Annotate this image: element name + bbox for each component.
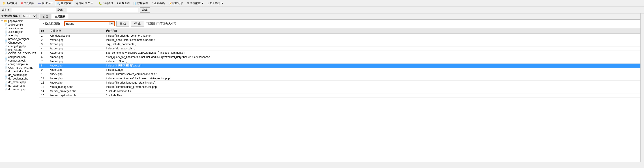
find-button[interactable]: 查 找 xyxy=(116,21,129,27)
search-dropdown-btn[interactable]: ▼ xyxy=(110,22,114,25)
cell-path: /index.php xyxy=(48,72,104,76)
main-container: 文件结构 编码： UTF-8 GBK GB2312 ⊟ 📂 phpmyadmin… xyxy=(0,14,644,162)
cell-id: 3 xyxy=(40,42,48,46)
table-row[interactable]: 4 /export.php include `db_export.php`; xyxy=(40,46,640,51)
sidebar-file-item[interactable]: 📄.editorconfig xyxy=(0,23,38,27)
sidebar-file-item[interactable]: 📄db_designer.php xyxy=(0,77,38,80)
regex-btn[interactable]: .* 正则编码 xyxy=(150,1,166,6)
word-label: 词句： xyxy=(2,8,10,12)
file-icon: 📄 xyxy=(4,34,8,37)
case-checkbox[interactable] xyxy=(156,22,160,25)
table-row[interactable]: 5 /export.php $do_comments = isset($GLOB… xyxy=(40,51,640,55)
cell-path: /export.php xyxy=(48,42,104,46)
file-icon: 📄 xyxy=(4,45,8,48)
sidebar-file-item[interactable]: 📄config.sample.in xyxy=(0,62,38,66)
translate-button[interactable]: 翻译 xyxy=(140,8,150,13)
table-row[interactable]: 13 /prefs_manage.php include `libraries/… xyxy=(40,85,640,89)
sidebar-file-item[interactable]: 📄browse_foreigner xyxy=(0,37,38,41)
config-btn[interactable]: ⚙ 系统配置 ▼ xyxy=(185,1,206,6)
table-row[interactable]: 8 /index.php include $_REQUEST[`target`]… xyxy=(40,63,640,68)
cell-content: * include common file xyxy=(104,89,640,94)
table-row[interactable]: 15 /server_replication.php * include fil… xyxy=(40,94,640,98)
regex-checkbox[interactable] xyxy=(146,22,149,25)
cell-path: /index.php xyxy=(48,81,104,85)
root-folder-icon: 📂 xyxy=(4,19,8,23)
cell-path: /export.php xyxy=(48,51,104,55)
plugin-btn[interactable]: 🔌 审计插件 ▼ xyxy=(74,1,95,6)
expand-icon: ⊟ xyxy=(1,20,3,23)
config-dropdown-icon: ▼ xyxy=(201,2,204,5)
sidebar-file-item[interactable]: 📄CONTRIBUTING.md xyxy=(0,66,38,70)
file-icon: 📄 xyxy=(4,70,8,73)
file-icon: 📄 xyxy=(4,52,8,55)
cell-content: include `libraries/language_stats.inc.ph… xyxy=(104,81,640,85)
sidebar-root-item[interactable]: ⊟ 📂 phpmyadmin xyxy=(0,19,38,23)
sidebar-header: 文件结构 编码： UTF-8 GBK GB2312 xyxy=(0,14,39,19)
word-input[interactable] xyxy=(11,8,56,12)
temp-record-btn[interactable]: 📝 临时记录 xyxy=(167,1,185,6)
sidebar-file-item[interactable]: 📄composer.json xyxy=(0,55,38,59)
table-row[interactable]: 11 /index.php include_once `libraries/ch… xyxy=(40,76,640,81)
separator-1 xyxy=(96,1,96,6)
close-project-icon: ✖ xyxy=(21,2,23,5)
file-icon: 📄 xyxy=(4,31,8,33)
audit-btn[interactable]: Aa 自动审计 xyxy=(36,1,54,6)
cell-path: /import.php xyxy=(48,55,104,59)
new-project-btn[interactable]: 📁 新建项目 xyxy=(1,1,19,6)
tab-global-search[interactable]: 全局搜索 xyxy=(52,14,68,19)
sidebar-file-item[interactable]: 📄db_central_colum xyxy=(0,70,38,73)
cell-path: /export.php xyxy=(48,46,104,51)
cell-content: include $page; xyxy=(104,68,640,72)
sidebar-file-item[interactable]: 📄db_events.php xyxy=(0,80,38,84)
sidebar-file-item[interactable]: 📄changelog.php xyxy=(0,44,38,48)
table-row[interactable]: 6 /import.php // sql_query_for_bookmark … xyxy=(40,55,640,59)
sidebar-file-item[interactable]: 📄db_datadict.php xyxy=(0,73,38,77)
case-checkbox-label[interactable]: 不区分大小写 xyxy=(156,22,176,26)
sidebar-file-item[interactable]: 📄.eslintignore xyxy=(0,27,38,30)
search-input-wrap: ▼ xyxy=(64,21,115,26)
sidebar-file-item[interactable]: 📄db_export.php xyxy=(0,84,38,88)
sidebar-file-item[interactable]: 📄ajax.php xyxy=(0,34,38,37)
tab-home[interactable]: 首页 xyxy=(40,14,51,19)
sidebar-file-item[interactable]: 📄CODE_OF_CONDUCT. xyxy=(0,52,38,55)
global-search-btn[interactable]: 🔍 全局搜索 xyxy=(55,1,73,6)
sidebar-items-list: 📄.editorconfig📄.eslintignore📄.eslintro.j… xyxy=(0,23,38,91)
cell-id: 2 xyxy=(40,38,48,42)
sidebar-file-item[interactable]: 📄composer.lock xyxy=(0,59,38,62)
close-project-btn[interactable]: ✖ 关闭项目 xyxy=(19,1,36,6)
sidebar-file-item[interactable]: 📄.eslintro.json xyxy=(0,30,38,34)
stop-button[interactable]: 停 止 xyxy=(131,21,144,27)
about-dropdown-icon: ▼ xyxy=(221,2,224,5)
sidebar-file-item[interactable]: 📄db_import.php xyxy=(0,88,38,91)
regex-checkbox-label[interactable]: 正则 xyxy=(146,22,155,26)
about-btn[interactable]: ℹ 关于系统 ▼ xyxy=(206,1,225,6)
cell-content: include `libraries/user_preferences.inc.… xyxy=(104,85,640,89)
sidebar-file-item[interactable]: 📄chk_rel.php xyxy=(0,48,38,52)
data-manage-btn[interactable]: 📊 数据管理 xyxy=(132,1,150,6)
regex-label-text: 正则 xyxy=(149,22,155,26)
table-row[interactable]: 10 /index.php include `libraries/server_… xyxy=(40,72,640,76)
search-content-input[interactable] xyxy=(65,22,110,26)
translate-input[interactable] xyxy=(67,8,138,12)
table-row[interactable]: 1 /db_datadict.php include `libraries/db… xyxy=(40,34,640,38)
func-query-btn[interactable]: ƒ 函数查询 xyxy=(115,1,132,6)
table-row[interactable]: 7 /import.php include `` . $goto; xyxy=(40,59,640,63)
file-icon: 📄 xyxy=(4,77,8,80)
table-row[interactable]: 14 /server_privileges.php * include comm… xyxy=(40,89,640,94)
cell-content: * include files xyxy=(104,94,640,98)
cell-id: 11 xyxy=(40,76,48,81)
cell-content: `sql_include_comments`, xyxy=(104,42,640,46)
cell-content: include `libraries/server_common.inc.php… xyxy=(104,72,640,76)
table-row[interactable]: 2 /export.php include_once `libraries/co… xyxy=(40,38,640,42)
cell-path: /prefs_manage.php xyxy=(48,85,104,89)
tabs-bar: 首页 全局搜索 xyxy=(39,14,640,20)
cell-path: /export.php xyxy=(48,38,104,42)
debug-btn[interactable]: 🐛 代码调试 xyxy=(97,1,115,6)
sidebar-file-item[interactable]: 📄ChangeLog xyxy=(0,41,38,44)
table-row[interactable]: 9 /index.php include $page; xyxy=(40,68,640,72)
table-row[interactable]: 12 /index.php include `libraries/languag… xyxy=(40,81,640,85)
table-row[interactable]: 3 /export.php `sql_include_comments`, xyxy=(40,42,640,46)
encoding-select[interactable]: UTF-8 GBK GB2312 xyxy=(22,14,36,18)
scrollbar[interactable] xyxy=(640,14,644,162)
cell-path: /index.php xyxy=(48,63,104,68)
